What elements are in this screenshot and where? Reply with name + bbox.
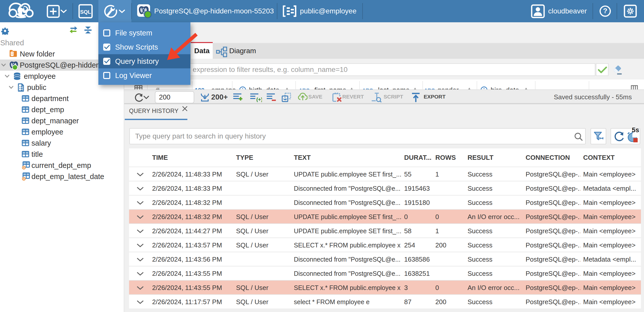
svg-text:SQL: SQL bbox=[80, 9, 91, 15]
svg-text:?: ? bbox=[603, 7, 607, 15]
svg-text:(+): (+) bbox=[256, 97, 262, 102]
